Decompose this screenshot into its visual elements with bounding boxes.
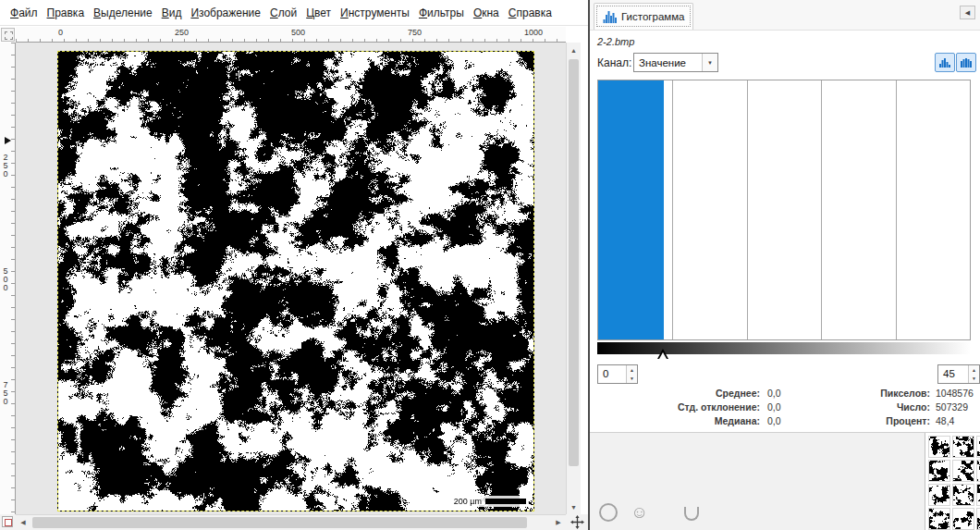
channel-select[interactable]: Значение ▼ [633,53,718,72]
spin-down-icon[interactable]: ▼ [969,375,979,384]
brush-thumbnail[interactable] [952,460,974,482]
scale-bar-label: 200 µm [454,497,482,506]
quick-mask-button[interactable] [2,516,13,527]
tab-histogram-label: Гистограмма [621,11,684,22]
histogram-gridline [747,80,748,339]
scale-bar: 200 µm [451,496,529,507]
tab-histogram[interactable]: Гистограмма [594,3,693,30]
hscroll-track[interactable] [31,515,551,530]
ruler-origin-button[interactable] [1,28,15,42]
vruler-label: 500 [0,267,11,292]
range-gradient-strip[interactable] [597,342,971,354]
brush-thumbnail[interactable] [928,460,950,482]
range-low-spinner[interactable]: ▲ ▼ [626,365,637,383]
threshold-marker[interactable] [657,349,668,360]
histogram-gridline [821,80,822,339]
navigation-cross-button[interactable] [566,514,589,530]
brush-thumbnail[interactable] [976,508,980,530]
stat-pixels-value: 1048576 [936,388,974,399]
scroll-up-icon[interactable]: ▲ [567,43,581,57]
histogram-selection [598,80,664,339]
chevron-down-icon: ▼ [702,54,717,71]
channel-select-value: Значение [634,57,702,68]
histogram-gridline [896,80,897,339]
brush-thumbnail[interactable] [976,436,980,458]
lower-panel: ☺ [590,433,980,530]
vertical-ruler[interactable]: 250 500 750 [0,43,16,514]
hruler-label: 0 [58,28,63,37]
hruler-label: 500 [291,28,305,37]
vruler-label: 750 [0,381,11,406]
brushes-panel [925,433,980,530]
brush-thumbnail[interactable] [928,436,950,458]
brush-grid [928,436,980,530]
histogram-plot[interactable] [597,80,971,340]
scroll-down-icon[interactable]: ▼ [567,499,581,514]
canvas-viewport[interactable]: 200 µm [16,43,566,514]
brush-thumbnail[interactable] [952,436,974,458]
navigation-cross-icon [570,515,584,529]
linear-histogram-button[interactable] [935,53,955,72]
stat-median-label: Медиана: [597,415,760,426]
quick-mask-corner [0,514,16,530]
range-high-spinner[interactable]: ▲ ▼ [968,365,979,383]
menu-tools[interactable]: Инструменты [336,1,414,25]
u-shape-icon[interactable] [684,507,699,521]
hscroll-thumb[interactable] [32,517,527,528]
spin-up-icon[interactable]: ▲ [627,365,637,375]
range-high-value[interactable]: 45 [938,365,968,383]
menu-select[interactable]: Выделение [89,1,157,25]
log-histogram-button[interactable] [956,53,976,72]
hruler-label: 250 [175,28,189,37]
linear-histogram-icon [939,58,950,68]
menu-help[interactable]: Справка [504,1,557,25]
scale-bar-line [485,499,526,504]
log-histogram-icon [961,58,972,68]
smiley-icon[interactable]: ☺ [631,503,648,522]
vruler-label: 250 [0,154,11,179]
stat-percent-label: Процент: [795,415,930,426]
stat-pixels-label: Пикселов: [795,388,930,399]
menu-color[interactable]: Цвет [301,1,336,25]
range-low-value[interactable]: 0 [598,365,626,383]
menu-bar: Файл Правка Выделение Вид Изображение Сл… [0,0,589,26]
menu-filters[interactable]: Фильтры [414,1,469,25]
stat-percent-value: 48,4 [936,415,954,426]
menu-file[interactable]: Файл [6,1,43,25]
scroll-left-icon[interactable]: ◀ [16,515,31,530]
menu-edit[interactable]: Правка [43,1,90,25]
dock-tab-bar: Гистограмма ◀ [590,0,980,31]
menu-windows[interactable]: Окна [469,1,504,25]
range-high-spinbox[interactable]: 45 ▲ ▼ [937,364,980,384]
menu-layer[interactable]: Слой [265,1,301,25]
circle-icon[interactable] [599,503,618,522]
menu-image[interactable]: Изображение [186,1,265,25]
range-low-spinbox[interactable]: 0 ▲ ▼ [597,364,638,384]
horizontal-scrollbar[interactable]: ◀ ▶ [16,514,566,530]
ruler-position-marker [5,137,11,144]
layer-boundary: 200 µm [57,51,534,512]
brush-thumbnail[interactable] [976,460,980,482]
spin-down-icon[interactable]: ▼ [627,375,637,384]
menu-view[interactable]: Вид [157,1,187,25]
spin-up-icon[interactable]: ▲ [969,365,979,375]
stat-mean-value: 0,0 [767,388,781,399]
brush-thumbnail[interactable] [952,508,974,530]
histogram-gridline [672,80,673,339]
stat-stddev-label: Стд. отклонение: [597,401,760,413]
stat-count-label: Число: [795,401,930,413]
brush-thumbnail[interactable] [976,484,980,506]
scroll-right-icon[interactable]: ▶ [551,515,566,530]
image-file-name: 2-2.bmp [597,36,634,47]
vscroll-track[interactable] [567,57,581,499]
horizontal-ruler[interactable]: 0 250 500 750 1000 [16,27,566,43]
vscroll-thumb[interactable] [569,59,579,466]
dock-collapse-button[interactable]: ◀ [960,6,975,19]
brush-thumbnail[interactable] [928,484,950,506]
brush-thumbnail[interactable] [952,484,974,506]
stat-mean-label: Среднее: [597,388,760,399]
brush-thumbnail[interactable] [928,508,950,530]
vertical-scrollbar[interactable]: ▲ ▼ [566,43,581,514]
image-canvas[interactable] [58,52,533,511]
stat-stddev-value: 0,0 [767,401,781,413]
